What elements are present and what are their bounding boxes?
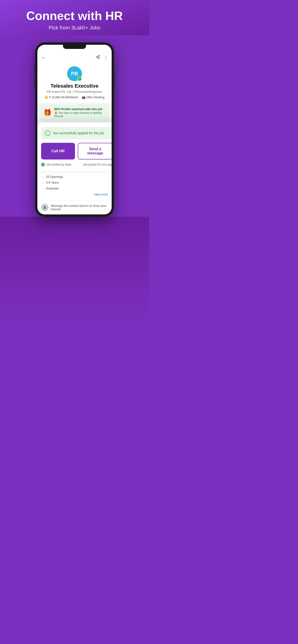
experience-text: 3-5 Years <box>46 181 59 184</box>
send-message-button[interactable]: Send a message <box>78 143 112 160</box>
job-footer: ✓ Job verified by Gigin Job posted 22 mi… <box>41 163 112 166</box>
posted-time: Job posted 22 mins ago <box>83 163 112 166</box>
volume-up-button <box>34 66 35 75</box>
power-button <box>114 72 115 86</box>
svg-point-2 <box>98 58 100 59</box>
wallet-icon: 🪙 <box>45 96 48 99</box>
briefcase-icon: 💼 <box>82 96 85 99</box>
verified-dot-icon: ✓ <box>41 163 45 166</box>
purple-bg-bottom <box>0 217 149 322</box>
job-meta: 🪙 ₹ 20,000-30,000/Month 💼 Office Working <box>41 96 108 99</box>
match-info: 90% Profile matched with this job 🎉 You … <box>54 107 106 118</box>
volume-down-button <box>34 78 35 88</box>
work-mode-value: Office Working <box>86 96 104 99</box>
success-icon: ✓ <box>45 130 50 136</box>
salary-meta: 🪙 ₹ 20,000-30,000/Month <box>45 96 78 99</box>
phone-wrapper: ← ⋮ PB ✓ Te <box>0 42 149 217</box>
svg-point-0 <box>98 56 100 56</box>
company-avatar: PB ✓ <box>67 66 82 81</box>
contact-avatar: 👤 <box>41 204 49 211</box>
message-section: 👤 Message the contact person to show you… <box>37 200 112 214</box>
action-buttons: Call HR Send a message <box>41 143 112 160</box>
verified-label: ✓ Job verified by Gigin <box>41 163 72 166</box>
arrow-icon-2: → <box>41 181 44 184</box>
company-initials: PB <box>71 71 78 77</box>
view-more-link[interactable]: view more <box>41 191 108 198</box>
education-text: Graduate <box>46 186 59 190</box>
success-message: You successfully applied for this job <box>53 131 104 135</box>
back-button[interactable]: ← <box>41 55 46 60</box>
top-action-icons: ⋮ <box>96 55 108 60</box>
hero-section: Connect with HR Pick from 3Lakh+ Jobs <box>0 0 149 36</box>
verified-text: Job verified by Gigin <box>46 163 72 166</box>
salary-value: ₹ 20,000-30,000/Month <box>49 96 78 99</box>
company-info: PB Impex Pvt. Ltd. | Thiruvananthapuram <box>41 90 108 94</box>
job-title: Telesales Executive <box>41 83 108 89</box>
message-prompt-text: Message the contact person to show your … <box>51 204 108 211</box>
hero-subtitle: Pick from 3Lakh+ Jobs <box>5 25 144 31</box>
svg-line-3 <box>97 57 98 58</box>
phone-outer: ← ⋮ PB ✓ Te <box>35 42 114 217</box>
job-header: PB ✓ Telesales Executive PB Impex Pvt. L… <box>37 62 112 103</box>
hero-title: Connect with HR <box>5 9 144 22</box>
avatar-verified-badge: ✓ <box>77 76 82 81</box>
company-name: PB Impex Pvt. Ltd. <box>47 90 72 94</box>
phone-screen: ← ⋮ PB ✓ Te <box>37 45 112 214</box>
work-mode-meta: 💼 Office Working <box>82 96 104 99</box>
job-location: Thiruvananthapuram <box>74 90 102 94</box>
phone-notch <box>63 45 86 49</box>
more-options-icon[interactable]: ⋮ <box>104 55 108 60</box>
gift-icon: 🎁 <box>43 109 52 116</box>
success-banner: ✓ You successfully applied for this job <box>41 127 112 139</box>
share-icon[interactable] <box>96 55 100 60</box>
call-hr-button[interactable]: Call HR <box>41 143 75 160</box>
contact-avatar-placeholder: 👤 <box>43 206 47 209</box>
education-item: → Graduate <box>41 186 108 191</box>
openings-text: 25 Openings <box>46 175 63 178</box>
arrow-icon-3: → <box>41 186 44 190</box>
experience-item: → 3-5 Years <box>41 180 108 186</box>
match-percent-text: 90% Profile matched with this job <box>54 107 106 111</box>
screen-content: → 25 Openings → 3-5 Years → Graduate vie… <box>37 171 112 200</box>
svg-point-1 <box>96 56 98 58</box>
arrow-icon-1: → <box>41 175 44 178</box>
match-banner: 🎁 90% Profile matched with this job 🎉 Yo… <box>40 104 109 120</box>
openings-item: → 25 Openings <box>41 174 108 180</box>
svg-line-4 <box>97 56 98 57</box>
match-sub-text: 🎉 You have a high chances of getting thi… <box>54 111 106 118</box>
bottom-sheet: ✓ You successfully applied for this job … <box>37 122 112 171</box>
